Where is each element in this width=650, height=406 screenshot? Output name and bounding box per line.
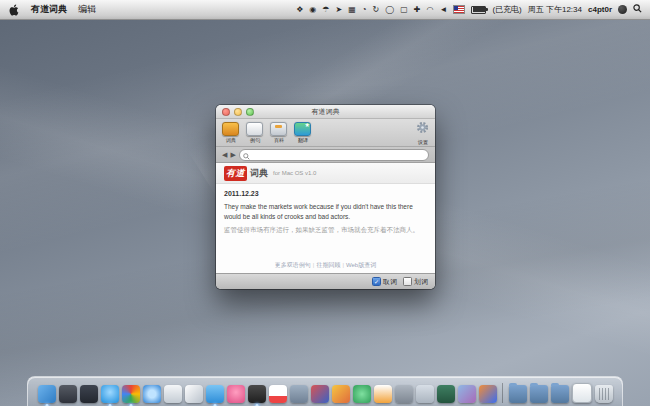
menu-edit[interactable]: 编辑 (78, 3, 96, 16)
status-icon[interactable]: ✚ (414, 6, 421, 14)
dock-item[interactable] (269, 385, 287, 403)
toolbar-button-label: 词典 (225, 137, 235, 142)
toolbar-button[interactable]: 百科 (270, 122, 287, 143)
status-icon-group: ❖◉☂➤▦◔↻◯▢✚◠◄ (296, 6, 447, 14)
dock-item[interactable] (502, 383, 503, 403)
daily-sentence-pane: 2011.12.23 They make the markets work be… (216, 184, 435, 273)
dock-item[interactable] (416, 385, 434, 403)
status-icon[interactable]: ❖ (296, 6, 303, 14)
dock-item[interactable] (353, 385, 371, 403)
youdao-dictionary-window: 有道词典 词典 例句 百科 (216, 105, 435, 289)
toolbar-button[interactable]: 词典 (222, 122, 239, 143)
toolbar-button-icon (294, 122, 311, 136)
dock-item[interactable] (101, 385, 119, 403)
menu-bar: 有道词典 编辑 ❖◉☂➤▦◔↻◯▢✚◠◄ (已充电) 周五 下午12:34 c4… (0, 0, 650, 20)
spotlight-search-icon[interactable] (633, 4, 642, 15)
checkbox-box[interactable] (403, 277, 412, 286)
toolbar-button-label: 百科 (273, 137, 283, 142)
dock-item[interactable] (38, 385, 56, 403)
youdao-logo-red: 有道 (224, 166, 247, 181)
input-language-flag-icon[interactable] (453, 5, 465, 14)
daily-date: 2011.12.23 (224, 190, 427, 197)
status-icon[interactable]: ▦ (348, 6, 356, 14)
desktop-screen: 有道词典 编辑 ❖◉☂➤▦◔↻◯▢✚◠◄ (已充电) 周五 下午12:34 c4… (0, 0, 650, 406)
youdao-logo-gray: 词典 (250, 167, 268, 180)
toolbar: 词典 例句 百科 翻译 (216, 119, 435, 147)
dock-item[interactable] (479, 385, 497, 403)
status-icon[interactable]: ☂ (322, 6, 329, 14)
status-icon[interactable]: ◄ (439, 6, 447, 14)
dock-item[interactable] (395, 385, 413, 403)
dock-item[interactable] (374, 385, 392, 403)
dock-item[interactable] (551, 385, 569, 403)
toolbar-button-label: 例句 (249, 137, 259, 142)
battery-status-label[interactable]: (已充电) (492, 4, 521, 15)
status-icon[interactable]: ◔ (362, 6, 367, 14)
battery-icon[interactable] (471, 6, 486, 14)
dock-item[interactable] (458, 385, 476, 403)
footer-links: 更多双语例句|往期回顾|Web版查词 (216, 261, 435, 270)
checkbox-option[interactable]: ✓ 取词 (372, 277, 397, 287)
search-icon (243, 146, 250, 164)
window-statusbar: ✓ 取词 划词 (216, 273, 435, 289)
checkbox-label: 取词 (383, 277, 397, 287)
toolbar-button-icon (270, 122, 287, 136)
checkbox-box[interactable]: ✓ (372, 277, 381, 286)
status-icon[interactable]: ↻ (373, 6, 380, 14)
daily-sentence-english: They make the markets work because if yo… (224, 202, 427, 222)
dock-item[interactable] (332, 385, 350, 403)
footer-link[interactable]: 更多双语例句 (275, 262, 311, 268)
checkbox-option[interactable]: 划词 (403, 277, 428, 287)
status-icon[interactable]: ◠ (427, 6, 434, 14)
status-icon[interactable]: ◯ (385, 6, 394, 14)
window-titlebar[interactable]: 有道词典 (216, 105, 435, 119)
toolbar-button[interactable]: 例句 (246, 122, 263, 143)
dock-item[interactable] (595, 385, 613, 403)
menu-app-title[interactable]: 有道词典 (31, 3, 67, 16)
dock-item[interactable] (80, 385, 98, 403)
dock-item[interactable] (248, 385, 266, 403)
dock-item[interactable] (185, 385, 203, 403)
settings-button[interactable]: 设置 (416, 120, 429, 145)
dock-item[interactable] (509, 385, 527, 403)
logo-version-label: for Mac OS v1.0 (273, 170, 316, 176)
dock-item[interactable] (206, 385, 224, 403)
status-icon[interactable]: ◉ (309, 6, 316, 14)
toolbar-button[interactable]: 翻译 (294, 122, 311, 143)
footer-link[interactable]: 往期回顾 (316, 262, 340, 268)
dock-item[interactable] (437, 385, 455, 403)
apple-menu-icon[interactable] (9, 4, 20, 16)
app-logo-band: 有道 词典 for Mac OS v1.0 (216, 163, 435, 184)
footer-link[interactable]: Web版查词 (346, 262, 376, 268)
status-icon[interactable]: ▢ (400, 6, 408, 14)
search-input[interactable] (252, 150, 425, 159)
settings-button-label: 设置 (417, 139, 427, 144)
daily-sentence-chinese: 监管使得市场有序运行，如果缺乏监管，市场就会充斥着不法商人。 (224, 225, 427, 235)
dock-item[interactable] (572, 383, 592, 403)
menu-clock[interactable]: 周五 下午12:34 (528, 4, 582, 15)
toolbar-button-label: 翻译 (297, 137, 307, 142)
dock-item[interactable] (290, 385, 308, 403)
dock-item[interactable] (311, 385, 329, 403)
toolbar-button-icon (246, 122, 263, 136)
dock-item[interactable] (122, 385, 140, 403)
dock-item[interactable] (143, 385, 161, 403)
toolbar-button-icon (222, 122, 239, 136)
dock (27, 376, 623, 406)
footer-link-separator: | (342, 262, 344, 268)
footer-link-separator: | (313, 262, 315, 268)
back-button[interactable]: ◀ (222, 151, 227, 158)
dock-item[interactable] (227, 385, 245, 403)
navigation-bar: ◀ ▶ (216, 147, 435, 163)
dock-item[interactable] (59, 385, 77, 403)
status-icon[interactable]: ➤ (335, 6, 342, 14)
search-field[interactable] (239, 149, 429, 161)
gear-icon (416, 120, 429, 138)
notification-icon[interactable] (618, 5, 627, 14)
dock-item[interactable] (164, 385, 182, 403)
checkbox-label: 划词 (414, 277, 428, 287)
window-title: 有道词典 (216, 107, 435, 117)
forward-button[interactable]: ▶ (230, 151, 235, 158)
user-menu[interactable]: c4pt0r (588, 5, 612, 14)
dock-item[interactable] (530, 385, 548, 403)
